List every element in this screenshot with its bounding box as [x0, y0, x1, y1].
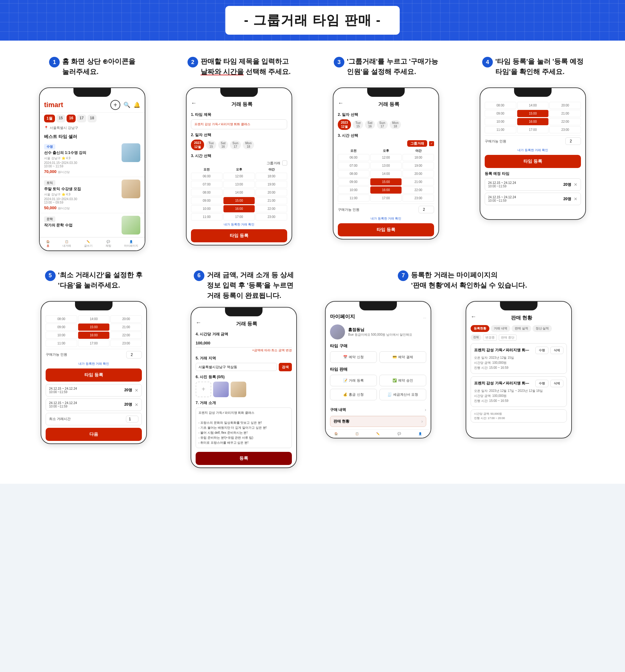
location-input[interactable] — [195, 363, 277, 371]
time-3-12[interactable]: 12:00 — [370, 154, 402, 161]
nav-write-7a[interactable]: ✏️ — [376, 432, 380, 435]
register-btn-2[interactable]: 타임 등록 — [191, 229, 287, 242]
nav-write[interactable]: ✏️ 글쓰기 — [84, 240, 93, 248]
tab-registration[interactable]: 등록현황 — [471, 325, 489, 332]
photo-add-btn[interactable]: + — [195, 382, 211, 397]
date-box-month[interactable]: 1월 — [44, 115, 55, 122]
time-5-20[interactable]: 20:00 — [110, 315, 142, 322]
reservation-payment-btn[interactable]: 💳 예약 결제 — [379, 351, 426, 363]
group-trade-checkbox[interactable] — [282, 161, 287, 166]
time-5-17[interactable]: 17:00 — [78, 340, 110, 347]
time-23[interactable]: 23:00 — [256, 213, 287, 220]
action-receive-2[interactable]: 수령 — [535, 380, 549, 387]
reservation-apply-btn[interactable]: 📅 예약 신청 — [330, 351, 377, 363]
date-pill-month[interactable]: 202312월 — [191, 140, 204, 150]
time-5-09[interactable]: 09:00 — [46, 323, 77, 331]
time-4-08[interactable]: 08:00 — [485, 102, 516, 109]
time-5-14[interactable]: 14:00 — [78, 315, 110, 322]
time-17[interactable]: 17:00 — [224, 213, 255, 220]
date-3-15[interactable]: Tue15 — [353, 120, 363, 129]
date-pill-17[interactable]: Sun17 — [230, 141, 241, 149]
time-11[interactable]: 11:00 — [191, 213, 223, 220]
register-btn-4[interactable]: 타임 등록 — [485, 155, 581, 168]
mypage-settings-icon[interactable]: ⋯ — [423, 316, 426, 320]
withdrawal-btn[interactable]: 💰 홍금 신청 — [330, 389, 377, 400]
time-09[interactable]: 09:00 — [191, 197, 223, 204]
date-box-16[interactable]: 16 — [67, 115, 76, 122]
back-btn-2[interactable]: ← — [191, 100, 196, 106]
buy-history-row[interactable]: 구매 내역 › — [330, 404, 426, 416]
date-box-18[interactable]: 18 — [88, 115, 97, 122]
time-22[interactable]: 22:00 — [256, 205, 287, 212]
min-time-input[interactable] — [126, 416, 138, 423]
time-15-selected[interactable]: 15:00 — [224, 197, 255, 204]
register-btn-3[interactable]: 타임 등록 — [338, 223, 434, 236]
back-btn-3[interactable]: ← — [338, 100, 343, 106]
time-5-15[interactable]: 15:00 — [78, 323, 110, 331]
time-16-selected[interactable]: 16:00 — [224, 205, 255, 212]
time-4-22[interactable]: 22:00 — [549, 118, 581, 125]
location-search-btn[interactable]: 검색 — [279, 363, 292, 371]
plus-icon[interactable]: + — [110, 100, 120, 110]
time-20[interactable]: 20:00 — [256, 189, 287, 196]
time-3-14[interactable]: 14:00 — [370, 170, 402, 177]
search-icon[interactable]: 🔍 — [123, 101, 130, 109]
time-5-23[interactable]: 23:00 — [110, 340, 142, 347]
time-21[interactable]: 21:00 — [256, 197, 287, 204]
reg-time-close-2[interactable]: ✕ — [574, 196, 578, 201]
date-box-15[interactable]: 15 — [56, 115, 65, 122]
sort-stop[interactable]: 판매 중단 — [499, 334, 516, 341]
time-4-17[interactable]: 17:00 — [517, 126, 549, 133]
title-input[interactable]: 프렌치 감성 가득✓파리지앵 회화 클래스 — [191, 119, 287, 129]
time-3-20[interactable]: 20:00 — [402, 170, 434, 177]
time-4-16[interactable]: 16:00 — [517, 118, 549, 125]
description-area[interactable]: 프렌치 감성 가득✓파리지앵 회화 클래스- 프랑스의 문화와 일상회화를 맛보… — [195, 408, 292, 448]
time-4-14[interactable]: 14:00 — [517, 102, 549, 109]
date-3-16[interactable]: Sat16 — [365, 120, 375, 129]
nav-home[interactable]: 🏠 홈 — [46, 240, 50, 248]
back-btn-6[interactable]: ← — [195, 319, 201, 326]
bell-icon[interactable]: 🔔 — [134, 101, 140, 109]
time-10[interactable]: 10:00 — [191, 205, 223, 212]
time-3-16[interactable]: 16:00 — [370, 187, 402, 194]
reg-time-close-5-1[interactable]: ✕ — [135, 388, 138, 393]
filter-all[interactable]: 전체 — [471, 334, 481, 341]
time-3-07[interactable]: 07:00 — [338, 162, 369, 169]
time-5-11[interactable]: 11:00 — [46, 340, 77, 347]
time-4-15[interactable]: 15:00 — [517, 110, 549, 117]
date-box-17[interactable]: 17 — [77, 115, 86, 122]
tab-trade-history[interactable]: 거래 내역 — [491, 325, 510, 332]
sort-change[interactable]: 변경중 — [483, 334, 497, 341]
time-4-09[interactable]: 09:00 — [485, 110, 516, 117]
reg-time-close-5-2[interactable]: ✕ — [135, 402, 138, 407]
time-07[interactable]: 07:00 — [191, 181, 223, 188]
time-3-13[interactable]: 13:00 — [370, 162, 402, 169]
time-3-22[interactable]: 22:00 — [402, 187, 434, 194]
time-13[interactable]: 13:00 — [224, 181, 255, 188]
action-delete-2[interactable]: 삭제 — [550, 380, 563, 387]
time-14[interactable]: 14:00 — [224, 189, 255, 196]
buyer-count-input-3[interactable] — [418, 206, 434, 213]
nav-chat-7a[interactable]: 💬 — [397, 432, 401, 435]
time-3-21[interactable]: 21:00 — [402, 178, 434, 186]
nav-my-trade[interactable]: 📋 내거래 — [63, 240, 71, 248]
time-5-08[interactable]: 08:00 — [46, 315, 77, 322]
tab-sales-performance[interactable]: 판매 실적 — [512, 325, 531, 332]
time-3-23[interactable]: 23:00 — [402, 195, 434, 202]
next-btn[interactable]: 다음 — [46, 428, 142, 441]
buyer-count-input-4[interactable] — [565, 137, 581, 145]
date-3-18[interactable]: Mon18 — [390, 120, 401, 129]
time-12[interactable]: 12:00 — [224, 173, 255, 180]
time-3-17[interactable]: 17:00 — [370, 195, 402, 202]
nav-mypage[interactable]: 👤 마이페이지 — [124, 240, 138, 248]
time-3-06[interactable]: 06:00 — [338, 154, 369, 161]
time-5-10[interactable]: 10:00 — [46, 332, 77, 339]
time-08[interactable]: 08:00 — [191, 189, 223, 196]
reservation-approve-btn[interactable]: ✅ 예약 승인 — [379, 375, 426, 386]
action-delete-1[interactable]: 삭제 — [550, 346, 563, 354]
link-text-4[interactable]: 내가 등록한 거래 확인 — [485, 148, 581, 152]
time-5-16[interactable]: 16:00 — [78, 332, 110, 339]
nav-chat[interactable]: 💬 채팅 — [106, 240, 111, 248]
time-3-08[interactable]: 08:00 — [338, 170, 369, 177]
back-btn-7b[interactable]: ← — [471, 313, 476, 320]
